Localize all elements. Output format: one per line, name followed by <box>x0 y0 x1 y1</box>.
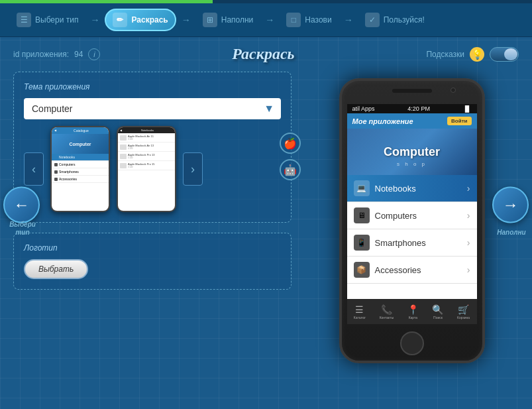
step-select-type-label: Выбери тип <box>35 15 78 25</box>
mini-phone-item-0: Notebooks <box>52 154 109 161</box>
contacts-tab-icon: 📞 <box>381 304 392 315</box>
menu-label-notebooks: Notebooks <box>375 184 462 194</box>
hero-section: Computer s h o p <box>347 129 477 175</box>
map-tab-label: Карта <box>409 316 417 320</box>
tab-catalog[interactable]: ☰ Каталог <box>354 304 366 320</box>
notebooks-icon: 💻 <box>354 180 370 196</box>
step-name-icon: □ <box>286 13 301 27</box>
clock: 4:20 PM <box>407 105 430 112</box>
tab-cart[interactable]: 🛒 Корзина <box>457 304 470 320</box>
theme-label: Тема приложения <box>24 82 281 91</box>
os-icons: 🍎 🤖 <box>280 133 301 180</box>
wizard-arrow-3: → <box>265 15 274 25</box>
page-title: Раскрась <box>232 45 294 63</box>
item-image <box>120 154 127 159</box>
phone-screen: atil Apps 4:20 PM ▐▌ Мое приложение Войт… <box>347 104 477 324</box>
theme-select[interactable]: Computer Fashion Food Sports Travel <box>24 98 281 119</box>
map-tab-icon: 📍 <box>407 304 419 315</box>
nav-right-button[interactable]: → Наполни <box>492 186 529 223</box>
nav-left-button[interactable]: ← Выбери тип <box>3 186 40 223</box>
tab-map[interactable]: 📍 Карта <box>407 304 419 320</box>
main-content: Тема приложения Computer Fashion Food Sp… <box>0 68 532 391</box>
hero-subtitle: s h o p <box>397 161 427 167</box>
tab-contacts[interactable]: 📞 Контакты <box>380 304 394 320</box>
menu-item-accessories[interactable]: 📦 Accessories › <box>347 257 477 284</box>
smartphones-icon: 📱 <box>354 235 370 251</box>
item-price: 4 100 <box>128 147 173 150</box>
bottom-tab-bar: ☰ Каталог 📞 Контакты 📍 Карта 🔍 Поиск <box>347 299 477 324</box>
mini-phone-1-hero: Computer <box>52 134 109 154</box>
hints-toggle[interactable] <box>490 47 519 62</box>
cart-tab-icon: 🛒 <box>458 304 469 315</box>
choose-logo-button[interactable]: Выбрать <box>24 259 88 279</box>
item-dot <box>54 163 58 166</box>
hero-title: Computer <box>384 145 440 159</box>
toggle-knob <box>504 48 517 60</box>
item-dot <box>54 178 58 181</box>
step-select-type-icon: ☰ <box>17 13 31 27</box>
wizard-arrow-1: → <box>90 15 99 25</box>
item-dot <box>54 156 58 159</box>
mini-phone-2-item-1: Apple Macbook Air 13 4 100 <box>118 143 175 152</box>
menu-item-notebooks[interactable]: 💻 Notebooks › <box>347 175 477 202</box>
item-info: Apple Macbook Air 11 3 100 <box>128 135 173 141</box>
cart-tab-label: Корзина <box>457 316 470 320</box>
wizard-arrow-4: → <box>344 15 353 25</box>
battery-icon: ▐▌ <box>463 105 472 112</box>
nav-left-label: Выбери тип <box>3 220 42 236</box>
menu-item-computers[interactable]: 🖥 Computers › <box>347 202 477 229</box>
status-bar: atil Apps 4:20 PM ▐▌ <box>347 104 477 113</box>
item-price: 3 140 <box>128 166 173 168</box>
hint-bulb-icon[interactable]: 💡 <box>470 47 484 62</box>
logo-label: Логотип <box>24 243 281 253</box>
phone-camera <box>451 88 456 93</box>
step-select-type[interactable]: ☰ Выбери тип <box>10 10 85 30</box>
step-name[interactable]: □ Назови <box>280 10 338 30</box>
left-panel: Тема приложения Computer Fashion Food Sp… <box>13 72 292 388</box>
header-right: Подсказки 💡 <box>426 47 519 62</box>
signin-button[interactable]: Войти <box>447 117 471 125</box>
app-title: Мое приложение <box>352 117 413 125</box>
item-dot <box>54 170 58 174</box>
app-id-value: 94 <box>74 50 83 59</box>
mini-phone-1: ◀ Catalogue Computer Notebooks <box>50 126 110 212</box>
step-fill-label: Наполни <box>221 15 254 25</box>
theme-select-wrapper: Computer Fashion Food Sports Travel ▼ <box>24 98 281 119</box>
tab-search[interactable]: 🔍 Поиск <box>432 304 443 320</box>
menu-item-smartphones[interactable]: 📱 Smartphones › <box>347 229 477 257</box>
theme-panel: Тема приложения Computer Fashion Food Sp… <box>13 72 292 223</box>
contacts-tab-label: Контакты <box>380 316 394 320</box>
big-phone-area: atil Apps 4:20 PM ▐▌ Мое приложение Войт… <box>305 72 519 388</box>
accessories-icon: 📦 <box>354 262 370 278</box>
step-fill[interactable]: ⊞ Наполни <box>196 10 260 30</box>
mini-phone-1-header: ◀ Catalogue <box>52 127 109 134</box>
info-button[interactable]: i <box>88 48 100 60</box>
menu-label-accessories: Accessories <box>375 265 462 275</box>
step-paint[interactable]: ✏ Раскрась <box>105 9 176 31</box>
step-paint-icon: ✏ <box>113 13 127 27</box>
preview-nav-left[interactable]: ‹ <box>24 152 44 186</box>
app-bar: Мое приложение Войти <box>347 113 477 129</box>
menu-label-smartphones: Smartphones <box>375 238 462 248</box>
apple-os-icon[interactable]: 🍎 <box>280 133 301 154</box>
progress-bar <box>0 0 532 3</box>
item-image <box>120 163 127 168</box>
step-use-icon: ✓ <box>365 13 380 27</box>
item-price: 3 100 <box>128 138 173 141</box>
item-image <box>120 135 127 141</box>
catalog-tab-label: Каталог <box>354 316 366 320</box>
mini-phone-item-1: Computers <box>52 161 109 168</box>
phone-home-button[interactable] <box>400 331 424 355</box>
app-id-label: id приложения: <box>13 50 69 59</box>
wizard-arrow-2: → <box>182 15 191 25</box>
search-tab-label: Поиск <box>433 316 443 320</box>
android-os-icon[interactable]: 🤖 <box>280 159 301 180</box>
catalog-tab-icon: ☰ <box>355 304 364 315</box>
phone-speaker <box>392 89 432 93</box>
progress-fill <box>0 0 213 3</box>
step-use[interactable]: ✓ Пользуйся! <box>358 10 431 30</box>
mini-phone-item-2: Smartphones <box>52 168 109 176</box>
item-info: Apple Macbook Air 13 4 100 <box>128 144 173 150</box>
step-name-label: Назови <box>305 15 331 25</box>
preview-nav-right[interactable]: › <box>183 152 203 186</box>
